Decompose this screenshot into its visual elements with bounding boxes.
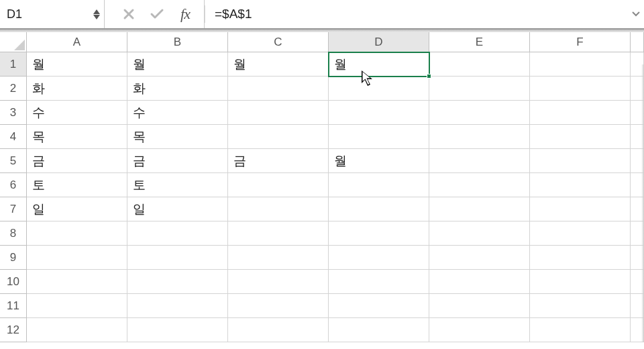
- row-header-8[interactable]: 8: [0, 221, 27, 246]
- row-header-11[interactable]: 11: [0, 294, 27, 318]
- cell-A7[interactable]: 일: [27, 197, 127, 221]
- cell-E5[interactable]: [429, 149, 530, 173]
- cell-B6[interactable]: 토: [127, 173, 228, 197]
- cell-B4[interactable]: 목: [127, 125, 228, 149]
- cell-B11[interactable]: [127, 294, 228, 318]
- cell-C12[interactable]: [228, 318, 329, 342]
- name-box[interactable]: D1: [7, 7, 89, 21]
- cell-E8[interactable]: [429, 221, 530, 246]
- cell-B1[interactable]: 월: [127, 52, 228, 77]
- cell-C4[interactable]: [228, 125, 329, 149]
- row-header-4[interactable]: 4: [0, 125, 27, 149]
- cell-C3[interactable]: [228, 101, 329, 125]
- cell-B10[interactable]: [127, 270, 228, 294]
- cell-E7[interactable]: [429, 197, 530, 221]
- cell-B3[interactable]: 수: [127, 101, 228, 125]
- cell-D1[interactable]: 월: [329, 52, 429, 77]
- cell-B8[interactable]: [127, 221, 228, 246]
- cell-A6[interactable]: 토: [27, 173, 127, 197]
- cell-C2[interactable]: [228, 77, 329, 101]
- name-box-stepper[interactable]: [93, 9, 100, 19]
- row-header-3[interactable]: 3: [0, 101, 27, 125]
- cell-F8[interactable]: [530, 221, 631, 246]
- cell-D12[interactable]: [329, 318, 429, 342]
- cell-F5[interactable]: [530, 149, 631, 173]
- cell-D2[interactable]: [329, 77, 429, 101]
- col-header-D[interactable]: D: [329, 32, 429, 52]
- confirm-button[interactable]: [148, 5, 166, 23]
- cell-E10[interactable]: [429, 270, 530, 294]
- cell-B12[interactable]: [127, 318, 228, 342]
- cell-A8[interactable]: [27, 221, 127, 246]
- cell-C6[interactable]: [228, 173, 329, 197]
- cell-D8[interactable]: [329, 221, 429, 246]
- cancel-button[interactable]: [119, 5, 138, 23]
- row-header-1[interactable]: 1: [0, 52, 27, 77]
- cell-D3[interactable]: [329, 101, 429, 125]
- cell-C9[interactable]: [228, 246, 329, 270]
- cell-E1[interactable]: [429, 52, 530, 77]
- cell-D4[interactable]: [329, 125, 429, 149]
- cell-A11[interactable]: [27, 294, 127, 318]
- cell-F7[interactable]: [530, 197, 631, 221]
- row-header-2[interactable]: 2: [0, 77, 27, 101]
- col-header-C[interactable]: C: [228, 32, 329, 52]
- row-header-5[interactable]: 5: [0, 149, 27, 173]
- col-header-E[interactable]: E: [429, 32, 530, 52]
- cell-D7[interactable]: [329, 197, 429, 221]
- scroll-track[interactable]: [641, 64, 644, 342]
- cell-E12[interactable]: [429, 318, 530, 342]
- cell-F2[interactable]: [530, 77, 631, 101]
- row-header-6[interactable]: 6: [0, 173, 27, 197]
- cell-C7[interactable]: [228, 197, 329, 221]
- cell-C11[interactable]: [228, 294, 329, 318]
- cell-E2[interactable]: [429, 77, 530, 101]
- col-header-B[interactable]: B: [127, 32, 228, 52]
- cell-B5[interactable]: 금: [127, 149, 228, 173]
- cell-F9[interactable]: [530, 246, 631, 270]
- row-header-12[interactable]: 12: [0, 318, 27, 342]
- cell-A10[interactable]: [27, 270, 127, 294]
- cell-A9[interactable]: [27, 246, 127, 270]
- row-header-7[interactable]: 7: [0, 197, 27, 221]
- cell-A4[interactable]: 목: [27, 125, 127, 149]
- cell-D11[interactable]: [329, 294, 429, 318]
- cell-B2[interactable]: 화: [127, 77, 228, 101]
- col-header-A[interactable]: A: [27, 32, 127, 52]
- cell-B9[interactable]: [127, 246, 228, 270]
- cell-F6[interactable]: [530, 173, 631, 197]
- cell-A2[interactable]: 화: [27, 77, 127, 101]
- cell-F12[interactable]: [530, 318, 631, 342]
- col-header-F[interactable]: F: [530, 32, 631, 52]
- cell-F4[interactable]: [530, 125, 631, 149]
- row-header-10[interactable]: 10: [0, 270, 27, 294]
- cell-A1[interactable]: 월: [27, 52, 127, 77]
- cell-E4[interactable]: [429, 125, 530, 149]
- cell-D5[interactable]: 월: [329, 149, 429, 173]
- cell-A12[interactable]: [27, 318, 127, 342]
- cell-C5[interactable]: 금: [228, 149, 329, 173]
- cell-B7[interactable]: 일: [127, 197, 228, 221]
- cell-A5[interactable]: 금: [27, 149, 127, 173]
- cell-C10[interactable]: [228, 270, 329, 294]
- cell-A3[interactable]: 수: [27, 101, 127, 125]
- cell-D10[interactable]: [329, 270, 429, 294]
- cell-E3[interactable]: [429, 101, 530, 125]
- cell-D6[interactable]: [329, 173, 429, 197]
- cell-E6[interactable]: [429, 173, 530, 197]
- cell-D9[interactable]: [329, 246, 429, 270]
- cell-F1[interactable]: [530, 52, 631, 77]
- select-all-corner[interactable]: [0, 32, 27, 52]
- cell-F3[interactable]: [530, 101, 631, 125]
- cell-C8[interactable]: [228, 221, 329, 246]
- cell-E11[interactable]: [429, 294, 530, 318]
- cell-C1[interactable]: 월: [228, 52, 329, 77]
- formula-input[interactable]: =$A$1: [205, 0, 628, 28]
- col-header-extra[interactable]: [631, 32, 644, 52]
- row-header-9[interactable]: 9: [0, 246, 27, 270]
- insert-function-button[interactable]: fx: [176, 5, 195, 23]
- formula-bar-expander[interactable]: [628, 0, 644, 28]
- cell-E9[interactable]: [429, 246, 530, 270]
- cell-F11[interactable]: [530, 294, 631, 318]
- name-box-container[interactable]: D1: [1, 0, 105, 28]
